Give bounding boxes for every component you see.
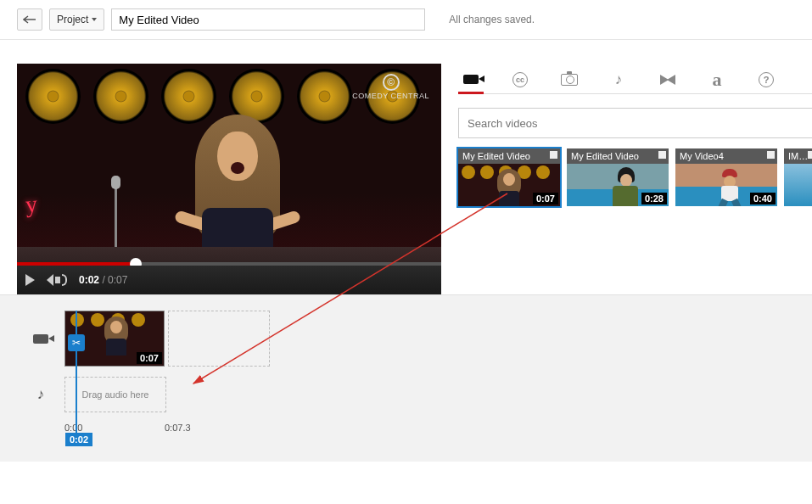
thumb-title: IMG 05 bbox=[784, 148, 812, 164]
tab-video[interactable] bbox=[462, 66, 480, 93]
tab-audio[interactable]: ♪ bbox=[609, 66, 628, 93]
library-thumbnail[interactable]: My Video40:40 bbox=[675, 148, 777, 206]
ruler-start: 0:00 bbox=[64, 423, 82, 433]
scissors-icon: ✂ bbox=[72, 337, 81, 349]
thumb-title: My Edited Video bbox=[567, 148, 669, 164]
music-note-icon: ♪ bbox=[615, 71, 623, 88]
play-icon bbox=[25, 274, 35, 286]
save-status-text: All changes saved. bbox=[449, 14, 535, 25]
tab-photos[interactable] bbox=[560, 66, 579, 93]
watermark-comedy-central: © COMEDY CENTRAL bbox=[352, 74, 429, 100]
speaker-icon bbox=[47, 274, 53, 286]
audio-drop-slot[interactable]: Drag audio here bbox=[64, 377, 166, 412]
thumb-duration: 0:40 bbox=[750, 193, 776, 204]
volume-button[interactable] bbox=[47, 274, 67, 286]
tab-help[interactable]: ? bbox=[757, 66, 776, 93]
audio-track-icon: ♪ bbox=[17, 386, 64, 403]
project-title-input[interactable] bbox=[111, 8, 425, 31]
tab-transitions[interactable] bbox=[658, 66, 677, 93]
back-button[interactable] bbox=[17, 8, 42, 31]
thumb-menu-icon[interactable] bbox=[550, 151, 557, 159]
video-canvas[interactable]: y © COMEDY CENTRAL bbox=[17, 64, 441, 294]
time-display: 0:02 / 0:07 bbox=[79, 274, 127, 286]
clip-duration: 0:07 bbox=[137, 352, 162, 364]
media-tabs: cc ♪ a ? bbox=[458, 64, 812, 94]
cc-icon: cc bbox=[512, 72, 528, 87]
text-icon: a bbox=[713, 69, 722, 91]
project-menu-button[interactable]: Project bbox=[49, 8, 104, 31]
transition-icon bbox=[660, 75, 675, 85]
video-track-icon bbox=[17, 334, 64, 344]
video-player: y © COMEDY CENTRAL bbox=[17, 64, 441, 294]
timeline-ruler[interactable]: 0:00 0:07.3 bbox=[64, 423, 795, 438]
total-duration: 0:07 bbox=[108, 274, 127, 286]
tab-text[interactable]: a bbox=[708, 66, 726, 93]
play-button[interactable] bbox=[25, 274, 35, 286]
thumb-title: My Video4 bbox=[675, 148, 777, 164]
thumb-menu-icon[interactable] bbox=[808, 151, 812, 159]
video-icon bbox=[463, 75, 479, 84]
split-clip-button[interactable]: ✂ bbox=[68, 334, 85, 351]
chevron-down-icon bbox=[92, 18, 97, 21]
thumb-duration: 0:28 bbox=[641, 193, 667, 204]
playhead-handle[interactable]: 0:02 bbox=[65, 433, 92, 446]
current-time: 0:02 bbox=[79, 274, 99, 286]
library-thumbnail[interactable]: IMG 05 bbox=[784, 148, 812, 206]
library-thumbnail[interactable]: My Edited Video0:07 bbox=[458, 148, 560, 206]
ruler-end: 0:07.3 bbox=[165, 423, 191, 433]
project-menu-label: Project bbox=[57, 14, 88, 25]
thumb-menu-icon[interactable] bbox=[767, 151, 775, 159]
video-drop-slot[interactable] bbox=[168, 311, 270, 367]
back-arrow-icon bbox=[23, 15, 36, 24]
search-videos-input[interactable] bbox=[458, 108, 812, 138]
thumb-menu-icon[interactable] bbox=[658, 151, 666, 159]
thumb-title: My Edited Video bbox=[458, 148, 560, 164]
help-icon: ? bbox=[759, 72, 774, 87]
camera-icon bbox=[561, 74, 578, 86]
thumb-duration: 0:07 bbox=[533, 193, 558, 204]
timeline: 0:07 ♪ Drag audio here 0:00 0:07.3 ✂ 0:0… bbox=[0, 294, 812, 462]
library-thumbnail[interactable]: My Edited Video0:28 bbox=[567, 148, 669, 206]
video-library: My Edited Video0:07My Edited Video0:28My… bbox=[458, 148, 812, 206]
tab-creative-commons[interactable]: cc bbox=[511, 66, 529, 93]
